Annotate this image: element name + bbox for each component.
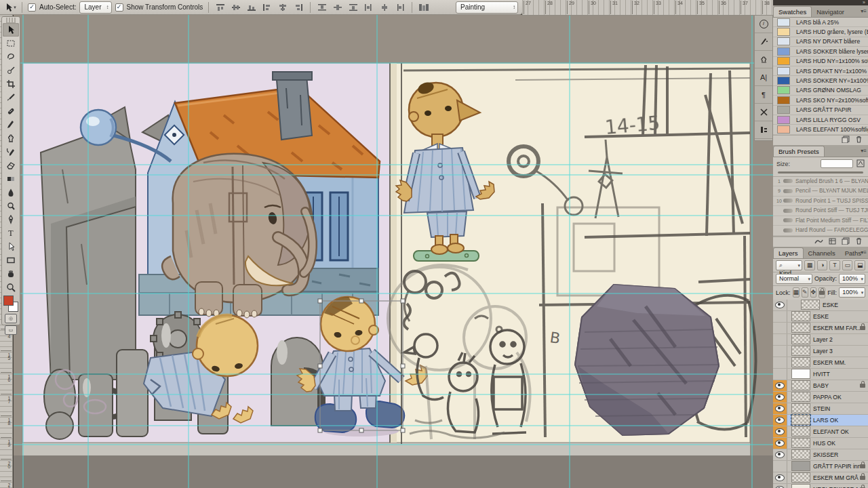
opacity-value[interactable]: 100% [839,274,865,284]
brush-size-slider[interactable] [778,171,863,174]
visibility-well[interactable] [773,472,787,483]
pen-tool[interactable] [3,213,19,226]
distribute-right-icon[interactable] [394,2,406,13]
character-styles-panel-icon[interactable] [755,121,772,139]
distribute-hcenter-icon[interactable] [378,2,391,13]
swatch-color-chip[interactable] [777,86,790,94]
filter-smart-objects-icon[interactable]: ⬓ [854,260,865,270]
swatch-color-chip[interactable] [777,106,790,114]
layer-name[interactable]: ESKER MM FAR... [813,325,860,331]
layer-row[interactable]: ESKER MM FAR... [773,323,868,334]
layer-thumbnail[interactable] [791,426,810,436]
type-tool[interactable]: T [3,226,19,240]
swatch-color-chip[interactable] [777,125,790,134]
quick-mask-button[interactable]: ◎ [5,314,17,323]
filter-adjustment-layers-icon[interactable]: ◑ [817,260,828,270]
lock-transparency-icon[interactable]: ▦ [793,287,800,298]
delete-brush-icon[interactable] [855,237,863,246]
align-hcenter-icon[interactable] [277,2,289,13]
swatch-row[interactable]: LARS GRØNN OMSLAG [773,86,868,96]
tab-brush-presets[interactable]: Brush Presets [773,146,825,157]
fill-value[interactable]: 100% [839,287,865,298]
swatch-color-chip[interactable] [777,28,790,36]
layer-row[interactable]: GRÅTT PAPIR innsk... [773,461,868,472]
brush-preset-row[interactable]: 10 Round Point 1 – TUSJ SPISS [773,197,868,207]
layer-thumbnail[interactable] [791,357,810,367]
align-left-icon[interactable] [261,2,273,13]
gradient-tool[interactable] [3,172,19,186]
layer-thumbnail[interactable] [791,323,810,333]
distribute-vcenter-icon[interactable] [332,2,344,13]
distribute-left-icon[interactable] [363,2,375,13]
eye-icon[interactable] [775,428,785,435]
eye-icon[interactable] [775,451,785,458]
blend-mode-dropdown[interactable]: Normal [776,274,812,284]
visibility-well[interactable] [773,392,787,403]
layer-thumbnail[interactable] [791,369,810,379]
layers-menu-icon[interactable]: ▾≡ [861,249,867,256]
layer-row[interactable]: SKISSER [773,449,868,461]
auto-select-dropdown[interactable]: Layer [79,1,111,14]
move-tool[interactable] [3,23,19,37]
layer-name[interactable]: ELEFANT OK [813,428,868,435]
visibility-well[interactable] [773,449,787,460]
visibility-well[interactable] [773,369,787,380]
distribute-top-icon[interactable] [316,2,328,13]
layer-row[interactable]: HVITT [773,369,868,380]
path-select-tool[interactable] [3,240,19,253]
eye-icon[interactable] [775,405,785,412]
filter-shape-layers-icon[interactable]: ▭ [842,260,853,270]
visibility-well[interactable] [773,334,787,345]
brush-preset-row[interactable]: Round Point Stiff — TUSJ TJUKK BREI [773,206,868,216]
align-right-icon[interactable] [292,2,304,13]
layer-row[interactable]: ESKE [773,311,868,323]
brush-presets-menu-icon[interactable]: ▾≡ [861,148,867,154]
layer-thumbnail[interactable] [791,484,810,488]
lock-all-icon[interactable] [818,287,825,298]
lock-pixels-icon[interactable]: ✎ [802,287,808,298]
blur-tool[interactable] [3,186,19,199]
crop-tool[interactable] [3,77,19,91]
layer-row[interactable]: PAPPA OK [773,392,868,403]
swatches-menu-icon[interactable]: ▾≡ [861,8,867,14]
brush-preset-row[interactable]: 9 Pencil — BLYANT MJUK MELLOM–OK [773,186,868,197]
tab-navigator[interactable]: Navigator [812,7,849,17]
visibility-well[interactable] [773,311,787,322]
visibility-well[interactable] [773,461,787,472]
layer-thumbnail[interactable] [791,346,810,356]
layer-row[interactable]: ESKE [773,300,868,311]
move-tool-icon[interactable]: ▾ [4,2,16,13]
layer-row[interactable]: BABY [773,380,868,392]
ruler-top[interactable]: 272829303132333435363738 [522,0,773,16]
layer-thumbnail[interactable] [801,300,820,310]
brush-stroke-toggle-icon[interactable] [814,238,823,246]
layer-row[interactable]: ELEFANT OK [773,426,868,438]
layer-row[interactable]: LARS OK [773,415,868,426]
layer-thumbnail[interactable] [791,334,810,344]
filter-pixel-layers-icon[interactable]: ▦ [804,260,815,270]
eye-icon[interactable] [775,394,785,401]
auto-select-checkbox[interactable]: ✓ [28,3,36,12]
lasso-tool[interactable] [3,50,19,64]
show-transform-checkbox[interactable]: ✓ [115,3,123,12]
layer-thumbnail[interactable] [791,438,810,448]
layer-name[interactable]: ESKER MM. [813,359,868,366]
new-swatch-icon[interactable] [842,136,850,144]
brush-preset-picker-icon[interactable] [856,159,865,169]
layer-name[interactable]: PAPPA OK [813,394,868,401]
swatch-row[interactable]: LARS GRÅTT PAPIR [773,106,868,115]
layer-name[interactable]: LARS OK [813,417,868,424]
swatch-color-chip[interactable] [777,96,790,104]
layer-row[interactable]: STEIN [773,403,868,415]
swatch-row[interactable]: LARS SKO NY=2x100%softlight [773,96,868,105]
marquee-tool[interactable] [3,37,19,50]
filter-type-layers-icon[interactable]: T [829,260,840,270]
eye-icon[interactable] [775,417,785,424]
layer-thumbnail[interactable] [791,472,810,483]
paragraph-panel-icon[interactable]: ¶ [755,86,772,104]
layer-name[interactable]: HVITT [813,371,868,378]
info-panel-icon[interactable]: i [755,16,772,33]
swatch-row[interactable]: LARS LILLA RYGG OSV [773,115,868,125]
eyedropper-tool[interactable] [3,91,19,104]
align-bottom-icon[interactable] [245,2,258,13]
